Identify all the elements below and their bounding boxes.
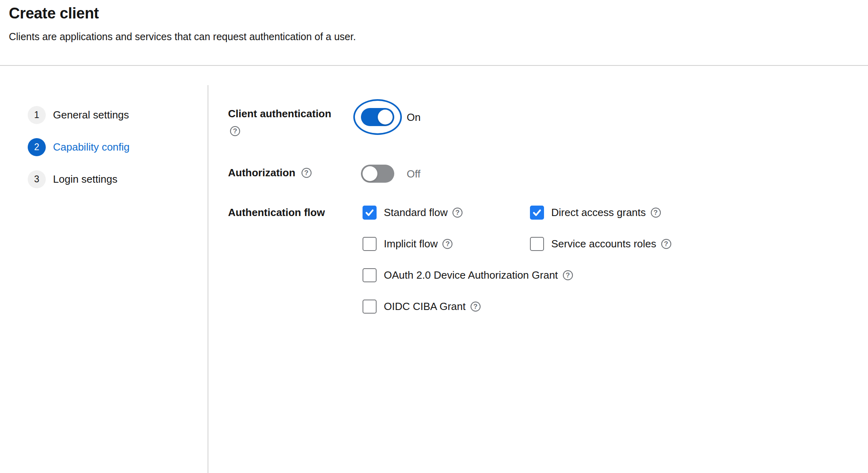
help-icon[interactable]: ?: [230, 126, 240, 136]
checkmark-icon: [532, 208, 542, 218]
option-label[interactable]: Service accounts roles: [551, 238, 656, 250]
wizard-step-general-settings[interactable]: 1 General settings: [28, 106, 130, 124]
authorization-toggle[interactable]: [361, 165, 394, 183]
flow-option-standard-flow: Standard flow ?: [363, 205, 530, 220]
authentication-flow-options: Standard flow ? Direct access grants ? I…: [363, 205, 671, 314]
option-label[interactable]: OAuth 2.0 Device Authorization Grant: [384, 269, 558, 281]
toggle-knob: [378, 110, 393, 124]
authorization-state: Off: [407, 168, 420, 180]
step-number-badge: 1: [28, 106, 46, 124]
help-icon[interactable]: ?: [471, 302, 481, 312]
wizard-step-capability-config[interactable]: 2 Capability config: [28, 138, 130, 156]
wizard-nav: 1 General settings 2 Capability config 3…: [28, 106, 130, 188]
checkbox-service-accounts-roles[interactable]: [530, 237, 544, 251]
page-title: Create client: [9, 5, 356, 22]
client-authentication-label: Client authentication: [228, 108, 331, 120]
checkbox-standard-flow[interactable]: [363, 206, 377, 220]
wizard-content-divider: [208, 85, 208, 473]
authorization-toggle-wrap: [361, 165, 394, 183]
flow-option-oauth-device-grant: OAuth 2.0 Device Authorization Grant ?: [363, 268, 530, 282]
step-label: Capability config: [53, 141, 130, 153]
flow-option-direct-access-grants: Direct access grants ?: [530, 205, 671, 220]
option-label[interactable]: OIDC CIBA Grant: [384, 300, 466, 313]
checkbox-oauth-device-grant[interactable]: [363, 268, 377, 282]
help-icon[interactable]: ?: [452, 208, 463, 218]
client-authentication-label-group: Client authentication ?: [228, 108, 348, 136]
step-number-badge: 3: [28, 170, 46, 188]
authentication-flow-label: Authentication flow: [228, 206, 325, 219]
client-authentication-toggle[interactable]: [361, 108, 394, 126]
client-authentication-toggle-wrap: [361, 108, 394, 126]
help-icon[interactable]: ?: [651, 208, 661, 218]
help-icon[interactable]: ?: [563, 270, 573, 280]
checkbox-implicit-flow[interactable]: [363, 237, 377, 251]
authorization-label: Authorization: [228, 167, 295, 179]
page-subtitle: Clients are applications and services th…: [9, 31, 356, 43]
checkmark-icon: [365, 208, 375, 218]
step-number-badge: 2: [28, 138, 46, 156]
step-label: General settings: [53, 109, 129, 121]
flow-option-service-accounts-roles: Service accounts roles ?: [530, 236, 671, 251]
option-label[interactable]: Direct access grants: [551, 206, 646, 219]
option-label[interactable]: Standard flow: [384, 206, 448, 219]
checkbox-oidc-ciba-grant[interactable]: [363, 300, 377, 314]
page-header: Create client Clients are applications a…: [9, 5, 356, 43]
help-icon[interactable]: ?: [442, 239, 452, 249]
authorization-label-group: Authorization ?: [228, 167, 312, 179]
header-divider: [0, 65, 868, 66]
option-label[interactable]: Implicit flow: [384, 238, 438, 250]
flow-option-implicit-flow: Implicit flow ?: [363, 236, 530, 251]
toggle-knob: [363, 166, 377, 181]
wizard-step-login-settings[interactable]: 3 Login settings: [28, 170, 130, 188]
help-icon[interactable]: ?: [661, 239, 671, 249]
step-label: Login settings: [53, 173, 117, 186]
help-icon[interactable]: ?: [302, 168, 312, 178]
checkbox-direct-access-grants[interactable]: [530, 206, 544, 220]
client-authentication-state: On: [407, 111, 421, 123]
flow-option-oidc-ciba-grant: OIDC CIBA Grant ?: [363, 299, 530, 314]
